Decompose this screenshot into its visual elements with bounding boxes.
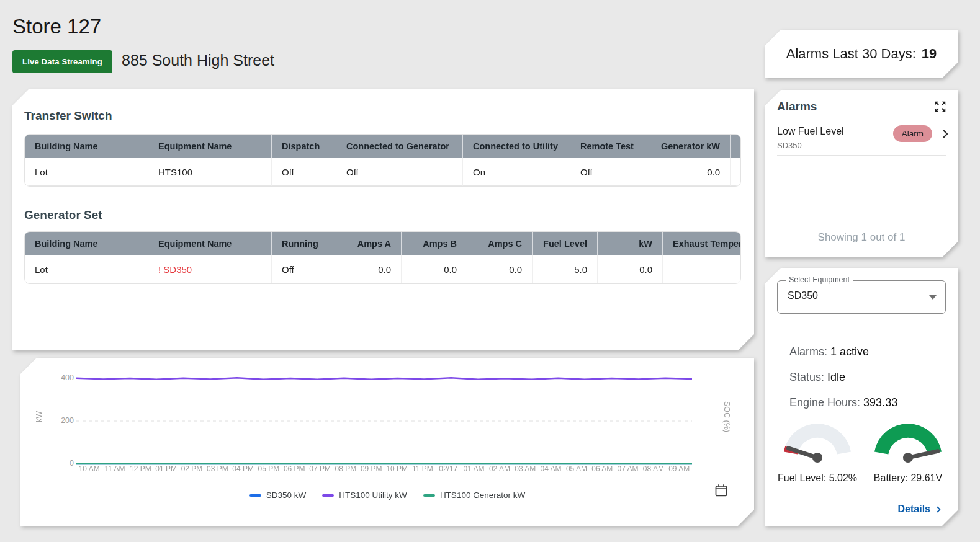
column-header: Exhaust Temperature xyxy=(663,232,740,255)
alarm-list-item[interactable]: Low Fuel Level SD350 Alarm xyxy=(765,123,958,154)
gauge-dial xyxy=(773,412,861,471)
series-line xyxy=(76,378,692,379)
column-header: Equipment Name xyxy=(148,232,272,255)
cell: Lot xyxy=(25,158,148,186)
store-address: 885 South High Street xyxy=(122,51,274,69)
cell: 0.0 xyxy=(336,255,402,283)
column-header: Fuel Level xyxy=(533,232,598,255)
x-axis-label: 10 PM xyxy=(384,464,410,473)
cell: Off xyxy=(336,158,463,186)
y2-axis-title: SOC (%) xyxy=(722,398,731,435)
legend-item[interactable]: HTS100 Generator kW xyxy=(423,491,525,500)
x-axis-label: 01 AM xyxy=(461,464,487,473)
column-header: kW xyxy=(598,232,663,255)
expand-icon[interactable] xyxy=(933,100,947,113)
cell: On xyxy=(463,158,570,186)
legend-swatch xyxy=(249,494,261,497)
x-axis-label: 11 AM xyxy=(102,464,127,473)
x-axis-label: 06 PM xyxy=(282,464,307,473)
x-axis-label: 02 AM xyxy=(487,464,512,473)
x-axis-label: 09 AM xyxy=(667,464,692,473)
equipment-select-label: Select Equipment xyxy=(786,275,853,284)
alarms-panel: Alarms Low Fuel Level SD350 Alarm Showin… xyxy=(765,90,958,257)
x-axis-label: 02/17 xyxy=(436,464,461,473)
gauge-label: Fuel Level: 5.02% xyxy=(773,473,861,484)
cell xyxy=(731,158,740,186)
details-link[interactable]: Details xyxy=(898,504,943,515)
column-header xyxy=(731,135,740,158)
equipment-detail-panel: Select Equipment SD350 Alarms: 1 active … xyxy=(765,268,958,526)
cell: Off xyxy=(272,255,336,283)
x-axis-label: 06 AM xyxy=(590,464,615,473)
legend-item[interactable]: SD350 kW xyxy=(249,491,307,500)
generator-set-table: Building NameEquipment NameRunningAmps A… xyxy=(24,231,741,284)
x-axis-label: 05 AM xyxy=(564,464,589,473)
alarms-summary-label: Alarms Last 30 Days: xyxy=(786,46,916,62)
chevron-right-icon[interactable] xyxy=(938,127,952,141)
generator-set-heading: Generator Set xyxy=(24,208,102,222)
cell: ! SD350 xyxy=(148,255,272,283)
gauge: Battery: 29.61V xyxy=(864,412,952,484)
x-axis-label: 03 AM xyxy=(513,464,538,473)
chart-legend: SD350 kWHTS100 Utility kWHTS100 Generato… xyxy=(20,491,754,500)
alarm-equipment: SD350 xyxy=(777,141,802,150)
column-header: Amps A xyxy=(336,232,402,255)
gauge: Fuel Level: 5.02% xyxy=(773,412,861,484)
equipment-select-value: SD350 xyxy=(788,290,818,301)
cell: 0.0 xyxy=(598,255,663,283)
line-chart xyxy=(76,369,692,471)
y-axis-tick: 200 xyxy=(52,416,74,425)
alarms-panel-title: Alarms xyxy=(777,100,817,113)
cell: 0.0 xyxy=(647,158,731,186)
cell: Off xyxy=(272,158,336,186)
power-chart-card: 0200400 kW SOC (%) 10 AM11 AM12 PM01 PM0… xyxy=(20,358,754,526)
column-header: Remote Test xyxy=(570,135,647,158)
x-axis-label: 03 PM xyxy=(205,464,230,473)
transfer-switch-table: Building NameEquipment NameDispatchConne… xyxy=(24,134,741,187)
equipment-stats: Alarms: 1 active Status: Idle Engine Hou… xyxy=(789,346,897,409)
legend-label: HTS100 Utility kW xyxy=(339,491,407,500)
x-axis-label: 01 PM xyxy=(153,464,179,473)
column-header: Running xyxy=(272,232,336,255)
x-axis-label: 07 AM xyxy=(615,464,641,473)
column-header: Amps B xyxy=(402,232,467,255)
calendar-icon[interactable] xyxy=(714,483,729,498)
column-header: Connected to Generator xyxy=(336,135,463,158)
transfer-switch-heading: Transfer Switch xyxy=(24,109,112,123)
alarms-count-footer: Showing 1 out of 1 xyxy=(765,231,958,244)
y-axis-title: kW xyxy=(35,398,43,435)
gauge-dial xyxy=(864,412,952,471)
column-header: Dispatch xyxy=(272,135,336,158)
cell: Lot xyxy=(25,255,148,283)
column-header: Generator kW xyxy=(647,135,731,158)
cell xyxy=(663,255,740,283)
column-header: Connected to Utility xyxy=(463,135,570,158)
legend-swatch xyxy=(423,494,435,497)
stat-engine-hours: Engine Hours: 393.33 xyxy=(789,397,897,409)
chevron-right-icon xyxy=(934,505,943,514)
legend-item[interactable]: HTS100 Utility kW xyxy=(322,491,407,500)
legend-swatch xyxy=(322,494,334,497)
legend-label: SD350 kW xyxy=(266,491,307,500)
cell: HTS100 xyxy=(148,158,272,186)
x-axis-label: 04 AM xyxy=(538,464,564,473)
equipment-select[interactable]: Select Equipment SD350 xyxy=(777,280,946,314)
column-header: Building Name xyxy=(25,232,148,255)
table-row: Lot! SD350Off0.00.00.05.00.0 xyxy=(25,255,740,283)
alarms-summary-count: 19 xyxy=(922,46,937,62)
column-header: Amps C xyxy=(467,232,533,255)
alarms-summary-card: Alarms Last 30 Days: 19 xyxy=(765,30,958,78)
dashboard: Store 127 Live Data Streaming 885 South … xyxy=(0,0,980,542)
x-axis-label: 05 PM xyxy=(256,464,281,473)
divider xyxy=(777,155,946,156)
status-badge: Alarm xyxy=(893,125,932,142)
x-axis-label: 04 PM xyxy=(230,464,256,473)
x-axis: 10 AM11 AM12 PM01 PM02 PM03 PM04 PM05 PM… xyxy=(76,464,692,473)
x-axis-label: 11 PM xyxy=(410,464,435,473)
y-axis-tick: 0 xyxy=(52,459,74,468)
x-axis-label: 09 PM xyxy=(359,464,384,473)
table-row: LotHTS100OffOffOnOff0.0 xyxy=(25,158,740,186)
cell: 0.0 xyxy=(467,255,533,283)
legend-label: HTS100 Generator kW xyxy=(440,491,525,500)
gauges-row: Fuel Level: 5.02%Battery: 29.61V xyxy=(773,412,952,484)
